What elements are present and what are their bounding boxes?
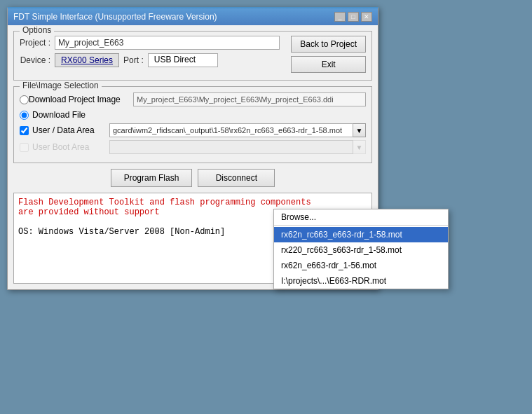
browse-item[interactable]: Browse...: [274, 209, 448, 226]
title-bar: FDT Simple Interface (Unsupported Freewa…: [8, 8, 378, 25]
download-project-row: Download Project Image: [20, 92, 366, 106]
download-file-radio[interactable]: [20, 111, 29, 120]
back-to-project-button[interactable]: Back to Project: [291, 36, 366, 53]
action-row: Program Flash Disconnect: [13, 169, 372, 187]
user-boot-path-container: ▼: [109, 140, 366, 154]
user-boot-path-input: [109, 140, 353, 154]
maximize-button[interactable]: □: [348, 12, 359, 22]
file-image-group: File\Image Selection Download Project Im…: [13, 86, 372, 163]
port-label: Port :: [123, 55, 144, 65]
project-label: Project :: [20, 38, 55, 48]
user-data-path-input[interactable]: [109, 123, 353, 137]
device-label: Device :: [20, 55, 55, 65]
window-title: FDT Simple Interface (Unsupported Freewa…: [13, 12, 217, 22]
user-data-label: User / Data Area: [32, 125, 109, 135]
log-line-1: Flash Development Toolkit and flash prog…: [18, 198, 367, 207]
options-group: Options Project : Device : RX600 Series …: [13, 31, 372, 81]
program-flash-button[interactable]: Program Flash: [111, 169, 193, 187]
dropdown-popup: Browse... rx62n_rc663_e663-rdr_1-58.mot …: [273, 209, 449, 289]
project-row: Project :: [20, 36, 280, 50]
options-fields: Project : Device : RX600 Series Port : U…: [20, 36, 280, 73]
download-file-label: Download File: [32, 110, 86, 120]
dropdown-item-2[interactable]: rx62n_e663-rdr_1-56.mot: [274, 258, 448, 273]
title-bar-controls: _ □ ✕: [334, 12, 372, 22]
options-content: Project : Device : RX600 Series Port : U…: [20, 36, 366, 73]
device-port-row: Device : RX600 Series Port : USB Direct: [20, 53, 280, 67]
file-image-group-title: File\Image Selection: [20, 81, 102, 90]
dropdown-item-0[interactable]: rx62n_rc663_e663-rdr_1-58.mot: [274, 227, 448, 242]
options-group-title: Options: [20, 25, 54, 35]
user-boot-checkbox: [20, 143, 29, 152]
close-button[interactable]: ✕: [361, 12, 372, 22]
user-boot-row: User Boot Area ▼: [20, 140, 366, 154]
port-value: USB Direct: [148, 53, 218, 67]
user-data-row: User / Data Area ▼: [20, 123, 366, 137]
user-data-path-container: ▼: [109, 123, 366, 137]
download-project-label: Download Project Image: [29, 95, 130, 104]
minimize-button[interactable]: _: [334, 12, 346, 22]
dropdown-item-3[interactable]: I:\projects\...\E663-RDR.mot: [274, 273, 448, 289]
download-file-row: Download File: [20, 110, 366, 120]
user-data-checkbox[interactable]: [20, 126, 29, 135]
browse-arrow-button[interactable]: ▼: [353, 123, 366, 137]
exit-button[interactable]: Exit: [291, 56, 366, 73]
side-buttons: Back to Project Exit: [291, 36, 366, 73]
disconnect-button[interactable]: Disconnect: [198, 169, 275, 187]
dropdown-item-1[interactable]: rx220_rc663_s663-rdr_1-58.mot: [274, 242, 448, 258]
user-boot-label: User Boot Area: [32, 142, 109, 152]
project-input[interactable]: [55, 36, 280, 50]
device-button[interactable]: RX600 Series: [55, 53, 119, 67]
download-project-path-input[interactable]: [133, 92, 366, 106]
user-boot-browse-button: ▼: [353, 140, 366, 154]
download-project-radio[interactable]: [20, 95, 29, 104]
